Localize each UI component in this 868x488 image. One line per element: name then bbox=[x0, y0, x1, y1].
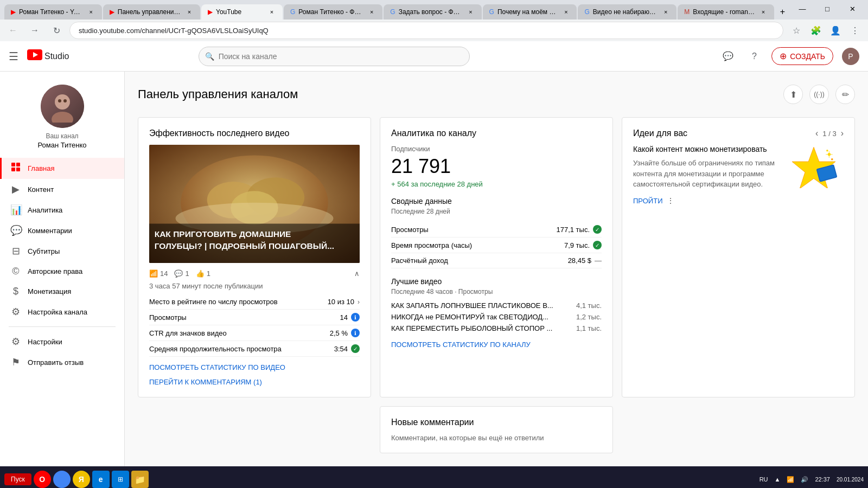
svg-point-23 bbox=[831, 158, 833, 160]
user-avatar[interactable]: Р bbox=[842, 48, 859, 65]
tab-1[interactable]: ▶ Роман Титенко - You... × bbox=[4, 4, 102, 20]
collapse-icon[interactable]: ∧ bbox=[354, 269, 360, 278]
analytics-card: Аналитика по каналу Подписчики 21 791 + … bbox=[380, 117, 613, 397]
tab-2[interactable]: ▶ Панель управления ... × bbox=[103, 4, 200, 20]
minimize-button[interactable]: — bbox=[791, 1, 814, 16]
tab-4[interactable]: G Роман Титенко - Фор... × bbox=[284, 4, 382, 20]
channel-stats-link[interactable]: ПОСМОТРЕТЬ СТАТИСТИКУ ПО КАНАЛУ bbox=[391, 341, 602, 349]
tab-7[interactable]: G Видео не набираюто... × bbox=[578, 4, 676, 20]
ctr-value: 2,5 % ℹ bbox=[330, 329, 360, 337]
likes-stat-icon: 👍 bbox=[196, 269, 205, 278]
sidebar-item-monetization[interactable]: $ Монетизация bbox=[0, 281, 124, 301]
sidebar-item-copyright-label: Авторские права bbox=[28, 267, 82, 275]
sidebar-item-subtitles[interactable]: ⊟ Субтитры bbox=[0, 241, 124, 261]
folder-taskbar-icon[interactable]: 📁 bbox=[131, 471, 149, 488]
sidebar-item-comments-label: Комментарии bbox=[28, 227, 72, 235]
sidebar-item-copyright[interactable]: © Авторские права bbox=[0, 261, 124, 281]
menu-icon[interactable]: ☰ bbox=[9, 50, 18, 63]
tab-5-close[interactable]: × bbox=[467, 8, 475, 16]
upload-icon[interactable]: ⬆ bbox=[783, 85, 803, 104]
tab-5-favicon: G bbox=[390, 8, 395, 16]
edit-icon[interactable]: ✏ bbox=[835, 85, 855, 104]
home-icon bbox=[10, 162, 21, 175]
views-stat-value: 14 bbox=[160, 269, 168, 278]
edge-taskbar-icon[interactable]: e bbox=[92, 471, 110, 488]
tab-3-title: YouTube bbox=[216, 8, 264, 16]
sidebar-item-content[interactable]: ▶ Контент bbox=[0, 179, 124, 200]
close-button[interactable]: ✕ bbox=[841, 1, 864, 16]
ideas-more-icon[interactable]: ⋮ bbox=[667, 196, 674, 205]
forward-button[interactable]: → bbox=[26, 22, 43, 39]
sidebar-item-channel-settings[interactable]: ⚙ Настройка канала bbox=[0, 301, 124, 322]
search-input[interactable] bbox=[199, 47, 470, 66]
tab-8[interactable]: M Входящие - romantit... × bbox=[678, 4, 774, 20]
search-bar: 🔍 bbox=[199, 47, 470, 66]
opera-taskbar-icon[interactable]: O bbox=[34, 471, 51, 488]
channel-label: Ваш канал bbox=[4, 132, 120, 140]
new-comments-card-inner: Новые комментарии Комментарии, на которы… bbox=[380, 406, 613, 453]
ideas-text: Какой контент можно монетизировать Узнай… bbox=[633, 145, 783, 190]
more-options-icon[interactable]: ⋮ bbox=[846, 22, 864, 39]
start-button[interactable]: Пуск bbox=[4, 473, 31, 485]
ideas-go-button[interactable]: ПРОЙТИ bbox=[633, 197, 662, 205]
avg-duration-value: 3:54 ✓ bbox=[334, 344, 360, 353]
views-stat: 📶 14 bbox=[149, 269, 168, 278]
ideas-next-button[interactable]: › bbox=[841, 129, 844, 138]
best-video-row-3: КАК ПЕРЕМЕСТИТЬ РЫБОЛОВНЫЙ СТОПОР ... 1,… bbox=[391, 323, 602, 334]
tab-5[interactable]: G Задать вопрос - Фор... × bbox=[384, 4, 481, 20]
tab-3-close[interactable]: × bbox=[267, 8, 276, 16]
stats-link[interactable]: ПОСМОТРЕТЬ СТАТИСТИКУ ПО ВИДЕО bbox=[149, 363, 360, 371]
tab-3[interactable]: ▶ YouTube × bbox=[201, 4, 283, 20]
comments-link[interactable]: ПЕРЕЙТИ К КОММЕНТАРИЯМ (1) bbox=[149, 378, 360, 386]
back-button[interactable]: ← bbox=[4, 22, 22, 39]
ideas-footer: ПРОЙТИ ⋮ bbox=[633, 196, 844, 205]
address-input[interactable] bbox=[69, 22, 783, 39]
broadcast-icon[interactable]: ((·)) bbox=[809, 85, 829, 104]
rating-chevron[interactable]: › bbox=[358, 298, 360, 306]
system-tray: RU ▲ 📶 🔊 22:37 20.01.2024 bbox=[760, 476, 864, 483]
tab-1-close[interactable]: × bbox=[87, 8, 95, 16]
ideas-prev-button[interactable]: ‹ bbox=[815, 129, 818, 138]
svg-point-5 bbox=[63, 99, 67, 102]
comments-stat-value: 1 bbox=[185, 269, 189, 278]
comments-header-icon[interactable]: 💬 bbox=[719, 48, 737, 65]
new-tab-button[interactable]: + bbox=[775, 4, 790, 20]
create-button[interactable]: ⊕ СОЗДАТЬ bbox=[771, 47, 833, 65]
ctr-badge: ℹ bbox=[351, 329, 360, 337]
bookmark-icon[interactable]: ☆ bbox=[788, 22, 805, 39]
best-videos-label: Лучшие видео bbox=[391, 277, 602, 286]
ideas-title: Идеи для вас bbox=[633, 129, 687, 138]
profile-icon[interactable]: 👤 bbox=[827, 22, 844, 39]
new-comments-card: Новые комментарии Комментарии, на которы… bbox=[380, 406, 613, 453]
tab-6-favicon: G bbox=[489, 8, 494, 16]
tab-7-close[interactable]: × bbox=[661, 8, 670, 16]
tab-4-close[interactable]: × bbox=[367, 8, 376, 16]
create-label: СОЗДАТЬ bbox=[790, 52, 825, 61]
sidebar-item-feedback[interactable]: ⚑ Отправить отзыв bbox=[0, 352, 124, 373]
tab-8-close[interactable]: × bbox=[759, 8, 768, 16]
analytics-card-title: Аналитика по каналу bbox=[391, 129, 602, 138]
tab-6[interactable]: G Почему на моём ка... × bbox=[483, 4, 577, 20]
tab-2-close[interactable]: × bbox=[185, 8, 194, 16]
best-video-1-views: 4,1 тыс. bbox=[576, 301, 602, 310]
sidebar-item-home-label: Главная bbox=[28, 164, 54, 172]
avg-duration-label: Средняя продолжительность просмотра bbox=[149, 345, 282, 353]
sidebar-item-home[interactable]: Главная bbox=[0, 158, 124, 179]
windows-taskbar-icon[interactable]: ⊞ bbox=[112, 471, 129, 488]
revenue-label: Расчётный доход bbox=[391, 256, 448, 265]
sidebar-item-analytics[interactable]: 📊 Аналитика bbox=[0, 200, 124, 220]
chrome-taskbar-icon[interactable] bbox=[53, 471, 71, 488]
tab-6-close[interactable]: × bbox=[561, 8, 570, 16]
refresh-button[interactable]: ↻ bbox=[48, 22, 65, 39]
help-icon[interactable]: ? bbox=[745, 48, 763, 65]
revenue-row: Расчётный доход 28,45 $ — bbox=[391, 253, 602, 268]
maximize-button[interactable]: □ bbox=[816, 1, 839, 16]
sidebar-item-comments[interactable]: 💬 Комментарии bbox=[0, 220, 124, 241]
ctr-row: CTR для значков видео 2,5 % ℹ bbox=[149, 325, 360, 341]
channel-avatar bbox=[41, 85, 84, 128]
page-actions: ⬆ ((·)) ✏ bbox=[783, 85, 855, 104]
tab-5-title: Задать вопрос - Фор... bbox=[399, 8, 463, 16]
extensions-icon[interactable]: 🧩 bbox=[807, 22, 825, 39]
sidebar-item-settings[interactable]: ⚙ Настройки bbox=[0, 331, 124, 352]
yandex-taskbar-icon[interactable]: Я bbox=[73, 471, 90, 488]
